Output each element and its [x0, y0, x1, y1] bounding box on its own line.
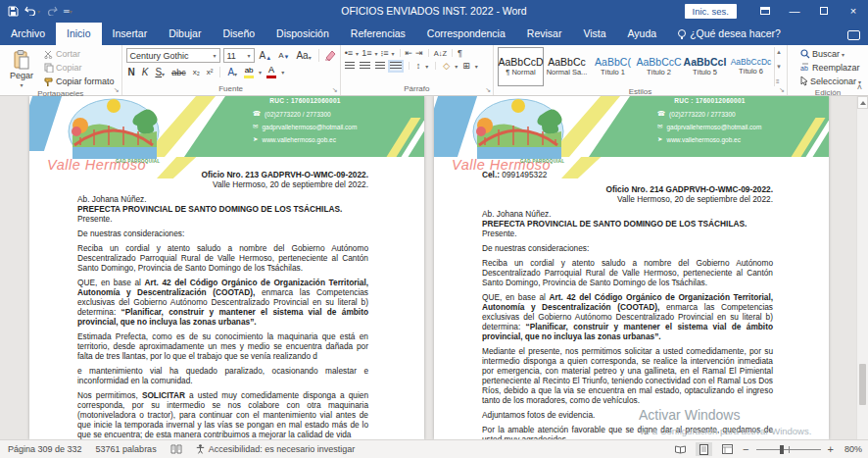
word-count[interactable]: 53761 palabras	[96, 444, 157, 454]
styles-dialog-launcher-icon[interactable]: ↘	[779, 86, 785, 93]
document-page-2[interactable]: RUC : 1760012060001 ☎(02)2773220 / 27733…	[434, 96, 829, 439]
scrollbar-thumb[interactable]	[859, 364, 866, 405]
style-titulo-6[interactable]: AaBbCcDcTítulo 6	[728, 47, 774, 86]
line-spacing-icon[interactable]: ↕	[416, 61, 421, 71]
font-color-button[interactable]: A	[265, 66, 278, 78]
document-canvas[interactable]: RUC : 1760012060001 ☎(02)2773220 / 27733…	[0, 96, 868, 439]
styles-scroll-up-icon[interactable]: ▲	[776, 49, 782, 55]
read-mode-icon[interactable]	[672, 442, 689, 456]
multilevel-list-icon[interactable]: ⁝≡	[380, 48, 388, 58]
format-painter-button[interactable]: Copiar formato	[41, 76, 118, 87]
web-layout-icon[interactable]	[719, 442, 736, 456]
doc-paragraph: Valle Hermoso, 20 de septiembre del 2022…	[77, 179, 368, 189]
search-icon	[800, 49, 810, 59]
zoom-slider[interactable]	[756, 443, 821, 456]
style-normal[interactable]: AaBbCcD¶ Normal	[498, 47, 544, 86]
superscript-button[interactable]: x²	[205, 68, 216, 76]
letter-body-2[interactable]: Cel.: 0991495322Oficio Nro. 214 GADPRVH-…	[482, 170, 773, 439]
zoom-in-button[interactable]: +	[828, 444, 834, 455]
shading-icon[interactable]: ◇	[443, 61, 450, 71]
pilcrow-icon[interactable]: ¶	[458, 48, 462, 58]
minimize-button[interactable]: —	[780, 0, 809, 22]
clear-formatting-icon[interactable]	[324, 50, 336, 61]
bold-button[interactable]: N	[126, 67, 137, 77]
comments-icon[interactable]	[847, 30, 860, 40]
highlight-button[interactable]: ab	[242, 67, 256, 78]
title-bar: ▾ ═▾ OFICIOS ENVIADOS INST. 2022 - Word …	[0, 0, 868, 22]
paste-button[interactable]: Pegar ▾	[4, 48, 39, 88]
tell-me-box[interactable]: ¿Qué desea hacer?	[667, 23, 792, 45]
select-cursor-icon	[800, 76, 808, 86]
font-name-select[interactable]: Century Gothic▾	[126, 48, 220, 63]
mail-icon: ✉	[253, 123, 258, 130]
styles-scroll-down-icon[interactable]: ▼	[776, 64, 782, 70]
doc-paragraph: Mediante el presente, nos permitimos sol…	[482, 346, 773, 405]
strikethrough-button[interactable]: abc	[169, 68, 188, 77]
collapse-ribbon-icon[interactable]: ˄	[857, 82, 862, 92]
text-effects-button[interactable]: A▾	[225, 67, 239, 77]
font-size-select[interactable]: 11▾	[223, 48, 255, 63]
grow-font-button[interactable]: A▲	[258, 50, 274, 61]
style-titulo-1[interactable]: AaBbC(Título 1	[590, 47, 636, 86]
document-page-1[interactable]: RUC : 1760012060001 ☎(02)2773220 / 27733…	[29, 96, 424, 439]
clipboard-dialog-launcher-icon[interactable]: ↘	[114, 86, 120, 93]
undo-icon[interactable]: ▾	[24, 6, 40, 16]
style-titulo-2[interactable]: AaBbCcCTítulo 2	[636, 47, 682, 86]
sort-icon[interactable]: A↓Z	[434, 49, 447, 58]
tab-inicio[interactable]: Inicio	[56, 23, 102, 45]
styles-more-icon[interactable]: ≡	[776, 78, 782, 84]
tab-revisar[interactable]: Revisar	[516, 23, 573, 45]
restore-button[interactable]	[809, 0, 839, 22]
redo-icon	[46, 6, 58, 16]
cut-button[interactable]: Cortar	[41, 48, 118, 60]
bullets-icon[interactable]: •≡	[345, 48, 353, 58]
zoom-out-button[interactable]: −	[743, 444, 748, 455]
tab-dibujar[interactable]: Dibujar	[158, 23, 212, 45]
style-normal-sa[interactable]: AaBbCcNormal Sa...	[544, 47, 590, 86]
tab-vista[interactable]: Vista	[572, 23, 616, 45]
tab-correspondencia[interactable]: Correspondencia	[416, 23, 516, 45]
zoom-level[interactable]: 80%	[844, 444, 862, 454]
scroll-up-icon[interactable]	[857, 96, 868, 109]
align-center-icon[interactable]	[360, 62, 370, 71]
borders-icon[interactable]: ⊞	[462, 61, 470, 71]
shrink-font-button[interactable]: A▼	[276, 51, 291, 60]
tab-referencias[interactable]: Referencias	[340, 23, 416, 45]
proofing-errors-icon[interactable]	[170, 444, 182, 454]
close-button[interactable]: ×	[839, 0, 868, 22]
style-titulo-5[interactable]: AaBbCcITítulo 5	[682, 47, 728, 86]
italic-button[interactable]: K	[140, 67, 151, 77]
customize-qat-icon[interactable]: ═▾	[64, 7, 72, 16]
vertical-scrollbar[interactable]	[856, 96, 868, 439]
paragraph-dialog-launcher-icon[interactable]: ↘	[485, 86, 491, 93]
align-left-icon[interactable]	[345, 62, 355, 71]
copy-button[interactable]: Copiar	[41, 62, 118, 74]
ribbon-display-options-icon[interactable]	[750, 0, 780, 22]
replace-button[interactable]: ab Reemplazar	[797, 62, 864, 74]
letter-body-1[interactable]: Oficio Nro. 213 GADPRVH-O-WMC-09-2022.Va…	[77, 170, 368, 439]
font-dialog-launcher-icon[interactable]: ↘	[332, 86, 338, 93]
change-case-button[interactable]: Aa▾	[294, 50, 313, 61]
increase-indent-icon[interactable]: ⇥	[415, 48, 423, 58]
doc-paragraph: PREFECTA PROVINCIAL DE SANTO DOMINGO DE …	[77, 204, 368, 214]
tab-disposicion[interactable]: Disposición	[265, 23, 340, 45]
accessibility-status[interactable]: Accesibilidad: es necesario investigar	[196, 444, 356, 454]
doc-paragraph: Cel.: 0991495322	[482, 170, 773, 179]
align-right-icon[interactable]	[375, 62, 385, 71]
find-button[interactable]: Buscar▾	[797, 48, 864, 60]
underline-button[interactable]: S▾	[153, 67, 167, 77]
print-layout-icon[interactable]	[696, 442, 712, 456]
decrease-indent-icon[interactable]: ⇤	[406, 48, 413, 58]
tab-diseno[interactable]: Diseño	[212, 23, 265, 45]
save-icon[interactable]	[8, 6, 19, 17]
select-button[interactable]: Seleccionar▾	[797, 76, 864, 87]
tab-insertar[interactable]: Insertar	[102, 23, 159, 45]
numbering-icon[interactable]: 1≡	[362, 48, 371, 58]
justify-icon[interactable]	[390, 62, 402, 71]
tab-ayuda[interactable]: Ayuda	[617, 23, 668, 45]
zoom-slider-thumb[interactable]	[780, 445, 784, 454]
sign-in-button[interactable]: Inic. ses.	[685, 4, 738, 19]
subscript-button[interactable]: x₂	[191, 68, 202, 76]
page-indicator[interactable]: Página 309 de 332	[8, 444, 82, 454]
tab-archivo[interactable]: Archivo	[0, 23, 56, 45]
